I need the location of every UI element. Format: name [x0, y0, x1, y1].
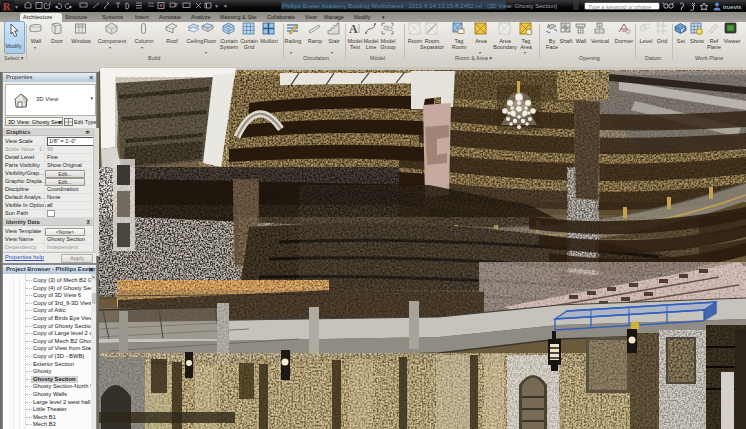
svg-text:▾: ▾ — [215, 3, 218, 9]
svg-text:R: R — [3, 1, 11, 12]
svg-text:▾: ▾ — [331, 50, 333, 55]
svg-text:▾: ▾ — [224, 3, 227, 9]
svg-text:▾: ▾ — [109, 45, 111, 50]
svg-text:▾: ▾ — [524, 50, 526, 55]
svg-text:truevis: truevis — [723, 3, 741, 10]
svg-text:▾: ▾ — [15, 4, 18, 10]
svg-text:▾: ▾ — [290, 50, 292, 55]
svg-text:▾: ▾ — [34, 45, 36, 50]
svg-text:▾: ▾ — [141, 45, 143, 50]
svg-text:A: A — [349, 22, 358, 36]
svg-text:▾: ▾ — [205, 50, 207, 55]
svg-text:▾: ▾ — [479, 50, 481, 55]
